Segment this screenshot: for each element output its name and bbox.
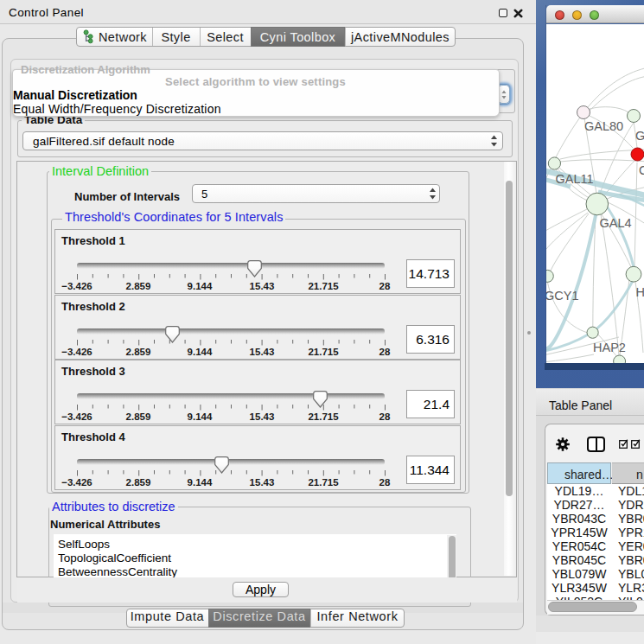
svg-text:GAL80: GAL80 — [584, 119, 623, 133]
svg-text:GAL11: GAL11 — [556, 172, 594, 186]
svg-text:HAP2: HAP2 — [593, 341, 626, 354]
svg-text:GCY1: GCY1 — [546, 289, 579, 303]
svg-text:C: C — [639, 163, 644, 177]
svg-text:H: H — [636, 285, 644, 299]
svg-text:GAL4: GAL4 — [600, 216, 632, 230]
svg-text:GA: GA — [635, 129, 644, 143]
